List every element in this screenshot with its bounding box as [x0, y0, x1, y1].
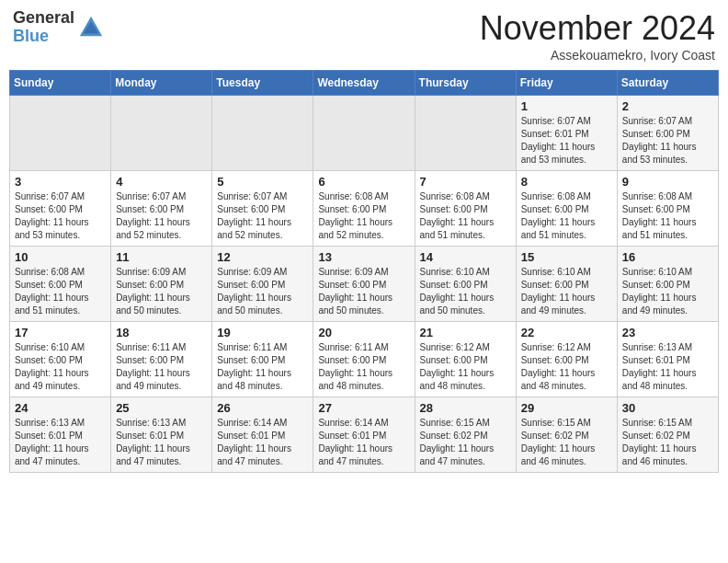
day-info: Sunrise: 6:07 AM Sunset: 6:00 PM Dayligh… — [217, 190, 308, 242]
day-number: 18 — [116, 326, 207, 339]
day-number: 15 — [521, 250, 612, 264]
calendar-day-cell: 29Sunrise: 6:15 AM Sunset: 6:02 PM Dayli… — [516, 397, 617, 473]
location-subtitle: Assekouamekro, Ivory Coast — [480, 48, 715, 63]
day-info: Sunrise: 6:07 AM Sunset: 6:00 PM Dayligh… — [15, 190, 106, 242]
day-number: 6 — [318, 175, 409, 189]
calendar-day-cell: 15Sunrise: 6:10 AM Sunset: 6:00 PM Dayli… — [516, 247, 617, 322]
day-info: Sunrise: 6:12 AM Sunset: 6:00 PM Dayligh… — [420, 341, 511, 393]
day-number: 29 — [521, 401, 612, 415]
day-number: 13 — [318, 250, 409, 264]
calendar-day-cell: 16Sunrise: 6:10 AM Sunset: 6:00 PM Dayli… — [617, 247, 718, 322]
calendar-table: SundayMondayTuesdayWednesdayThursdayFrid… — [9, 70, 719, 473]
day-number: 17 — [15, 326, 106, 339]
day-info: Sunrise: 6:07 AM Sunset: 6:00 PM Dayligh… — [116, 190, 207, 242]
calendar-day-cell: 7Sunrise: 6:08 AM Sunset: 6:00 PM Daylig… — [415, 171, 516, 247]
day-info: Sunrise: 6:08 AM Sunset: 6:00 PM Dayligh… — [318, 190, 409, 242]
day-number: 22 — [521, 326, 612, 339]
weekday-header-friday: Friday — [516, 71, 617, 96]
day-number: 9 — [622, 175, 713, 189]
day-number: 24 — [15, 401, 106, 415]
calendar-day-cell: 3Sunrise: 6:07 AM Sunset: 6:00 PM Daylig… — [10, 171, 111, 247]
calendar-week-1: 1Sunrise: 6:07 AM Sunset: 6:01 PM Daylig… — [10, 96, 719, 171]
calendar-week-3: 10Sunrise: 6:08 AM Sunset: 6:00 PM Dayli… — [10, 247, 719, 322]
logo: General Blue — [13, 9, 104, 46]
calendar-day-cell: 24Sunrise: 6:13 AM Sunset: 6:01 PM Dayli… — [10, 397, 111, 473]
day-info: Sunrise: 6:13 AM Sunset: 6:01 PM Dayligh… — [116, 417, 207, 468]
calendar-day-cell: 26Sunrise: 6:14 AM Sunset: 6:01 PM Dayli… — [212, 397, 313, 473]
calendar-week-2: 3Sunrise: 6:07 AM Sunset: 6:00 PM Daylig… — [10, 171, 719, 247]
calendar-day-cell: 19Sunrise: 6:11 AM Sunset: 6:00 PM Dayli… — [212, 322, 313, 397]
calendar-day-cell: 27Sunrise: 6:14 AM Sunset: 6:01 PM Dayli… — [313, 397, 415, 473]
calendar-day-cell — [313, 96, 415, 171]
day-number: 10 — [15, 250, 106, 264]
page-header: General Blue November 2024 Assekouamekro… — [9, 9, 719, 63]
day-number: 19 — [217, 326, 308, 339]
weekday-header-row: SundayMondayTuesdayWednesdayThursdayFrid… — [10, 71, 719, 96]
day-info: Sunrise: 6:13 AM Sunset: 6:01 PM Dayligh… — [622, 341, 713, 393]
weekday-header-thursday: Thursday — [415, 71, 516, 96]
day-number: 2 — [622, 99, 713, 113]
logo-general-text: General — [13, 9, 74, 28]
calendar-day-cell — [212, 96, 313, 171]
calendar-day-cell: 25Sunrise: 6:13 AM Sunset: 6:01 PM Dayli… — [111, 397, 212, 473]
day-info: Sunrise: 6:09 AM Sunset: 6:00 PM Dayligh… — [217, 266, 308, 317]
calendar-day-cell: 28Sunrise: 6:15 AM Sunset: 6:02 PM Dayli… — [415, 397, 516, 473]
day-info: Sunrise: 6:08 AM Sunset: 6:00 PM Dayligh… — [521, 190, 612, 242]
calendar-day-cell: 4Sunrise: 6:07 AM Sunset: 6:00 PM Daylig… — [111, 171, 212, 247]
day-number: 28 — [420, 401, 511, 415]
day-info: Sunrise: 6:08 AM Sunset: 6:00 PM Dayligh… — [15, 266, 106, 317]
day-number: 14 — [420, 250, 511, 264]
calendar-day-cell: 23Sunrise: 6:13 AM Sunset: 6:01 PM Dayli… — [617, 322, 718, 397]
day-number: 21 — [420, 326, 511, 339]
day-number: 23 — [622, 326, 713, 339]
day-number: 1 — [521, 99, 612, 113]
calendar-day-cell: 12Sunrise: 6:09 AM Sunset: 6:00 PM Dayli… — [212, 247, 313, 322]
calendar-day-cell: 20Sunrise: 6:11 AM Sunset: 6:00 PM Dayli… — [313, 322, 415, 397]
calendar-day-cell: 1Sunrise: 6:07 AM Sunset: 6:01 PM Daylig… — [516, 96, 617, 171]
calendar-header: SundayMondayTuesdayWednesdayThursdayFrid… — [10, 71, 719, 96]
calendar-day-cell — [415, 96, 516, 171]
calendar-day-cell: 14Sunrise: 6:10 AM Sunset: 6:00 PM Dayli… — [415, 247, 516, 322]
calendar-day-cell: 17Sunrise: 6:10 AM Sunset: 6:00 PM Dayli… — [10, 322, 111, 397]
calendar-day-cell: 2Sunrise: 6:07 AM Sunset: 6:00 PM Daylig… — [617, 96, 718, 171]
calendar-day-cell: 5Sunrise: 6:07 AM Sunset: 6:00 PM Daylig… — [212, 171, 313, 247]
weekday-header-wednesday: Wednesday — [313, 71, 415, 96]
day-info: Sunrise: 6:15 AM Sunset: 6:02 PM Dayligh… — [521, 417, 612, 468]
logo-icon — [78, 15, 104, 40]
day-info: Sunrise: 6:13 AM Sunset: 6:01 PM Dayligh… — [15, 417, 106, 468]
day-info: Sunrise: 6:15 AM Sunset: 6:02 PM Dayligh… — [622, 417, 713, 468]
logo-text: General Blue — [13, 9, 74, 46]
day-number: 16 — [622, 250, 713, 264]
day-info: Sunrise: 6:09 AM Sunset: 6:00 PM Dayligh… — [318, 266, 409, 317]
calendar-week-4: 17Sunrise: 6:10 AM Sunset: 6:00 PM Dayli… — [10, 322, 719, 397]
day-info: Sunrise: 6:08 AM Sunset: 6:00 PM Dayligh… — [622, 190, 713, 242]
calendar-day-cell: 18Sunrise: 6:11 AM Sunset: 6:00 PM Dayli… — [111, 322, 212, 397]
day-info: Sunrise: 6:15 AM Sunset: 6:02 PM Dayligh… — [420, 417, 511, 468]
day-number: 20 — [318, 326, 409, 339]
day-number: 12 — [217, 250, 308, 264]
calendar-day-cell — [10, 96, 111, 171]
day-info: Sunrise: 6:14 AM Sunset: 6:01 PM Dayligh… — [217, 417, 308, 468]
day-number: 5 — [217, 175, 308, 189]
weekday-header-monday: Monday — [111, 71, 212, 96]
logo-blue-text: Blue — [13, 28, 74, 46]
weekday-header-sunday: Sunday — [10, 71, 111, 96]
calendar-day-cell: 6Sunrise: 6:08 AM Sunset: 6:00 PM Daylig… — [313, 171, 415, 247]
day-info: Sunrise: 6:10 AM Sunset: 6:00 PM Dayligh… — [420, 266, 511, 317]
day-number: 7 — [420, 175, 511, 189]
calendar-day-cell: 9Sunrise: 6:08 AM Sunset: 6:00 PM Daylig… — [617, 171, 718, 247]
calendar-day-cell: 11Sunrise: 6:09 AM Sunset: 6:00 PM Dayli… — [111, 247, 212, 322]
day-number: 11 — [116, 250, 207, 264]
day-info: Sunrise: 6:14 AM Sunset: 6:01 PM Dayligh… — [318, 417, 409, 468]
day-number: 26 — [217, 401, 308, 415]
day-number: 27 — [318, 401, 409, 415]
day-info: Sunrise: 6:11 AM Sunset: 6:00 PM Dayligh… — [318, 341, 409, 393]
day-info: Sunrise: 6:07 AM Sunset: 6:00 PM Dayligh… — [622, 115, 713, 167]
day-number: 25 — [116, 401, 207, 415]
day-info: Sunrise: 6:09 AM Sunset: 6:00 PM Dayligh… — [116, 266, 207, 317]
calendar-day-cell: 21Sunrise: 6:12 AM Sunset: 6:00 PM Dayli… — [415, 322, 516, 397]
calendar-day-cell: 22Sunrise: 6:12 AM Sunset: 6:00 PM Dayli… — [516, 322, 617, 397]
day-info: Sunrise: 6:08 AM Sunset: 6:00 PM Dayligh… — [420, 190, 511, 242]
calendar-day-cell: 13Sunrise: 6:09 AM Sunset: 6:00 PM Dayli… — [313, 247, 415, 322]
calendar-week-5: 24Sunrise: 6:13 AM Sunset: 6:01 PM Dayli… — [10, 397, 719, 473]
